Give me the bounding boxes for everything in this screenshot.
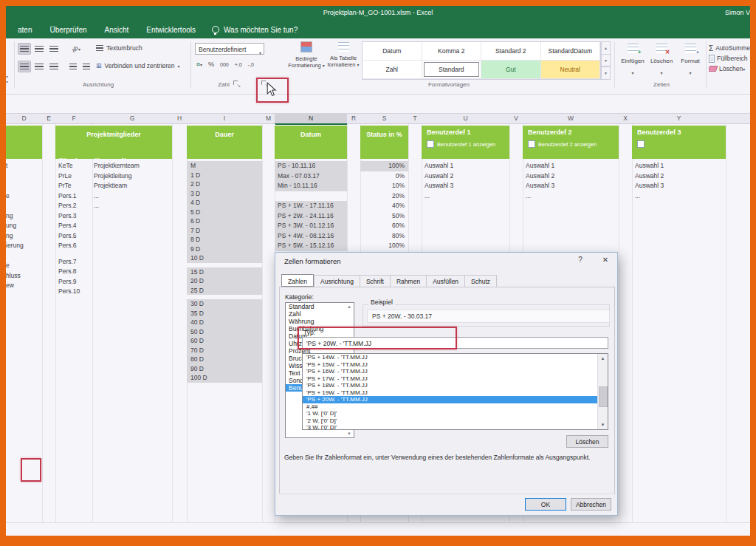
column-header[interactable]: X: [619, 114, 632, 123]
cell[interactable]: [94, 251, 172, 257]
column-header[interactable]: F: [55, 114, 92, 123]
cell[interactable]: 8 D: [187, 235, 262, 245]
cell[interactable]: e: [6, 261, 42, 271]
cell[interactable]: [58, 251, 92, 257]
cell[interactable]: ...: [526, 191, 607, 202]
cell[interactable]: [94, 277, 172, 287]
dialog-tab[interactable]: Schutz: [464, 275, 497, 287]
cell[interactable]: Auswahl 3: [526, 181, 607, 191]
cell[interactable]: 40 D: [187, 318, 262, 327]
format-as-table-button[interactable]: Als Tabelleformatieren ▾: [325, 41, 362, 69]
cell[interactable]: 1 D: [187, 171, 262, 180]
column-header[interactable]: U: [422, 114, 509, 123]
cell[interactable]: PrTe: [58, 181, 92, 191]
ribbon-tab[interactable]: Ansicht: [96, 22, 138, 38]
cell[interactable]: 60%: [360, 221, 408, 231]
ribbon-tab[interactable]: aten: [9, 22, 41, 38]
decrease-decimal-button[interactable]: -,0: [248, 62, 254, 67]
delete-format-button[interactable]: Löschen: [566, 435, 608, 448]
format-item[interactable]: 'PS + 14W. - 'TT.MM.JJ: [303, 354, 598, 361]
cell[interactable]: 35 D: [187, 309, 262, 318]
format-list-scrollbar[interactable]: ▲ ▼: [597, 354, 608, 429]
cell[interactable]: 30 D: [187, 299, 262, 309]
cell[interactable]: Auswahl 1: [635, 161, 716, 171]
cell[interactable]: [94, 287, 172, 297]
cell[interactable]: t: [6, 161, 42, 171]
cell-style-item[interactable]: Standard 2: [481, 42, 541, 61]
cell[interactable]: PS + 5W. - 15.12.16: [275, 241, 347, 251]
cell[interactable]: 7 D: [187, 226, 262, 236]
column-header[interactable]: W: [523, 114, 619, 123]
format-item[interactable]: 'PS + 20W. - 'TT.MM.JJ: [303, 396, 598, 403]
column-header[interactable]: S: [360, 114, 408, 123]
cell[interactable]: 4 D: [187, 198, 262, 208]
custom2-checkbox-row[interactable]: Benutzerdef 2 anzeigen: [528, 140, 619, 148]
dialog-tab[interactable]: Ausfüllen: [426, 275, 464, 287]
align-top-button[interactable]: [32, 43, 46, 55]
cell[interactable]: Min - 10.11.16: [275, 181, 347, 191]
column-header[interactable]: D: [6, 114, 42, 123]
checkbox-icon[interactable]: [427, 140, 434, 148]
cell[interactable]: Auswahl 2: [635, 171, 716, 182]
increase-decimal-button[interactable]: +,0: [235, 62, 242, 67]
format-item[interactable]: 'PS + 19W. - 'TT.MM.JJ: [303, 389, 598, 397]
format-item[interactable]: '2 W. ['0' D]': [303, 417, 598, 425]
cell[interactable]: [6, 181, 42, 191]
tell-me-box[interactable]: Was möchten Sie tun?: [205, 22, 305, 38]
column-header[interactable]: H: [172, 114, 187, 123]
cell[interactable]: 6 D: [187, 216, 262, 226]
ribbon-tab[interactable]: Überprüfen: [41, 22, 95, 38]
column-header[interactable]: T: [408, 114, 422, 123]
scroll-down-icon[interactable]: ▼: [598, 420, 608, 429]
list-scroll-down-icon[interactable]: ▼: [347, 431, 351, 436]
cell[interactable]: 100 D: [187, 373, 262, 383]
cell[interactable]: 2 D: [187, 180, 262, 189]
cell[interactable]: ...: [94, 191, 172, 202]
cell[interactable]: 20%: [360, 191, 408, 202]
align-left-button[interactable]: [18, 61, 31, 72]
cell[interactable]: Pers.9: [58, 277, 92, 287]
comma-style-button[interactable]: 000: [220, 62, 229, 67]
cell[interactable]: Projektkernteam: [94, 161, 172, 171]
column-header[interactable]: G: [92, 114, 172, 123]
cell[interactable]: Pers.2: [58, 201, 92, 211]
gallery-scroll-up[interactable]: ▲: [601, 41, 611, 55]
cell[interactable]: Pers.6: [58, 241, 92, 251]
checkbox-icon[interactable]: [637, 140, 645, 148]
column-header[interactable]: V: [509, 114, 523, 123]
cell[interactable]: 25 D: [187, 286, 262, 296]
cell[interactable]: 50%: [360, 211, 408, 222]
cell[interactable]: Pers.10: [58, 287, 92, 297]
cell[interactable]: Auswahl 2: [425, 171, 506, 182]
cell[interactable]: Auswahl 1: [425, 161, 506, 171]
cell[interactable]: [94, 231, 172, 242]
cell[interactable]: Pers.3: [58, 211, 92, 222]
cell[interactable]: ...: [635, 191, 716, 202]
cell[interactable]: ...: [94, 201, 172, 211]
cell[interactable]: Pers.7: [58, 257, 92, 267]
gallery-more-button[interactable]: ▼: [601, 66, 611, 80]
cell[interactable]: 0%: [360, 171, 408, 182]
cell-style-item[interactable]: Komma 2: [422, 42, 482, 61]
format-item[interactable]: #,##: [303, 403, 598, 411]
gallery-scroll-down[interactable]: ▼: [601, 55, 611, 67]
cell[interactable]: PS + 2W. - 24.11.16: [275, 211, 347, 222]
delete-cells-button[interactable]: ✕ Löschen▾: [647, 43, 676, 78]
wrap-text-button[interactable]: Textumbruch: [96, 44, 142, 52]
cell[interactable]: ng: [6, 231, 42, 242]
column-header[interactable]: N: [275, 114, 347, 125]
cell[interactable]: 80 D: [187, 355, 262, 364]
dialog-close-button[interactable]: ✕: [599, 256, 612, 264]
cell[interactable]: [6, 251, 42, 262]
column-header[interactable]: M: [262, 114, 275, 123]
cell[interactable]: [6, 201, 42, 211]
cell[interactable]: 3 D: [187, 189, 262, 199]
cell-style-item[interactable]: Datum: [362, 42, 422, 61]
cell[interactable]: 10 D: [187, 253, 262, 263]
cell-style-item[interactable]: Gut: [481, 61, 541, 79]
cell[interactable]: 9 D: [187, 245, 262, 254]
fill-button[interactable]: ↓Füllbereich: [709, 53, 750, 64]
cell[interactable]: Projektteam: [94, 181, 172, 191]
cell[interactable]: KeTe: [58, 161, 92, 171]
format-item[interactable]: 'PS + 15W. - 'TT.MM.JJ: [303, 361, 598, 369]
